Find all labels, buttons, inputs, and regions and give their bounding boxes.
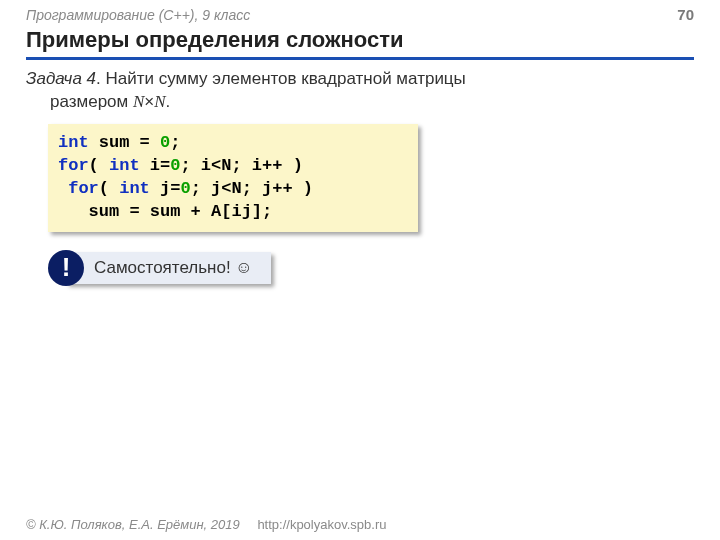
dim-x: ×: [144, 92, 154, 111]
header-top: Программирование (C++), 9 класс 70: [26, 6, 694, 23]
kw-for-1: for: [58, 156, 89, 175]
copyright: © К.Ю. Поляков, Е.А. Ерёмин, 2019: [26, 517, 240, 532]
slide-title: Примеры определения сложности: [26, 27, 694, 60]
code-l1a: sum =: [89, 133, 160, 152]
task-suffix: .: [166, 92, 171, 111]
code-l4: sum = sum + A[ij];: [58, 202, 272, 221]
code-l3b: j=: [150, 179, 181, 198]
code-l2a: (: [89, 156, 109, 175]
num-0-1: 0: [160, 133, 170, 152]
page-number: 70: [677, 6, 694, 23]
code-l2c: ; i<N; i++ ): [180, 156, 302, 175]
task-line1: Задача 4. Найти сумму элементов квадратн…: [26, 68, 694, 91]
code-l2b: i=: [140, 156, 171, 175]
task-head: Задача 4: [26, 69, 96, 88]
course-name: Программирование (C++), 9 класс: [26, 7, 250, 23]
dim-n1: N: [133, 92, 144, 111]
slide: Программирование (C++), 9 класс 70 Приме…: [0, 0, 720, 540]
footer: © К.Ю. Поляков, Е.А. Ерёмин, 2019 http:/…: [26, 517, 386, 532]
code-l1b: ;: [170, 133, 180, 152]
code-block: int sum = 0; for( int i=0; i<N; i++ ) fo…: [48, 124, 418, 232]
footer-url: http://kpolyakov.spb.ru: [257, 517, 386, 532]
dim-n2: N: [154, 92, 165, 111]
kw-int-2: int: [109, 156, 140, 175]
kw-int-3: int: [119, 179, 150, 198]
kw-for-2: for: [68, 179, 99, 198]
task-line2: размером N×N.: [50, 91, 694, 114]
code-l3c: ; j<N; j++ ): [191, 179, 313, 198]
task-text: Задача 4. Найти сумму элементов квадратн…: [26, 68, 694, 114]
task-body1: . Найти сумму элементов квадратной матри…: [96, 69, 466, 88]
code-l3pad: [58, 179, 68, 198]
code-l3a: (: [99, 179, 119, 198]
num-0-3: 0: [180, 179, 190, 198]
attention-badge-icon: !: [48, 250, 84, 286]
callout-text: Самостоятельно! ☺: [66, 252, 271, 284]
task-prefix: размером: [50, 92, 133, 111]
kw-int-1: int: [58, 133, 89, 152]
num-0-2: 0: [170, 156, 180, 175]
callout: ! Самостоятельно! ☺: [66, 252, 271, 284]
